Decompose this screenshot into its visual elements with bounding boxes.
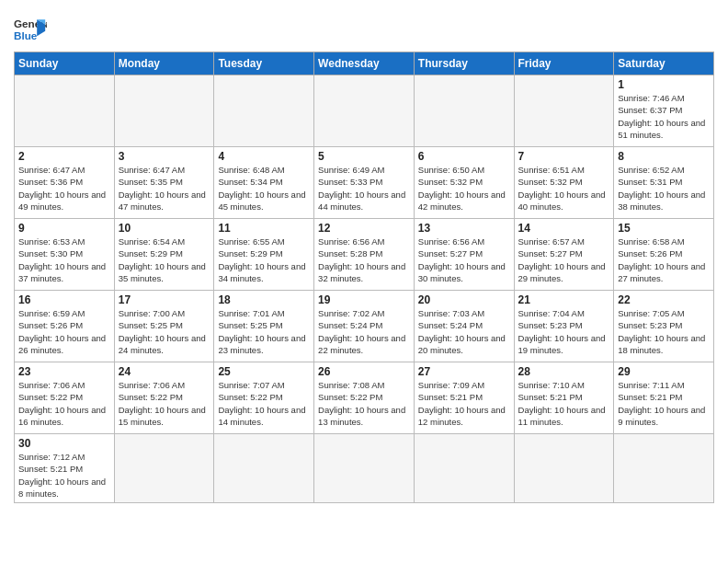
day-info: Sunrise: 7:02 AM Sunset: 5:24 PM Dayligh… <box>318 307 410 356</box>
day-info: Sunrise: 6:49 AM Sunset: 5:33 PM Dayligh… <box>318 164 410 213</box>
logo: General Blue <box>14 13 51 46</box>
calendar-cell: 2Sunrise: 6:47 AM Sunset: 5:36 PM Daylig… <box>15 147 115 219</box>
day-info: Sunrise: 7:04 AM Sunset: 5:23 PM Dayligh… <box>518 307 610 356</box>
weekday-tuesday: Tuesday <box>214 52 314 75</box>
calendar-cell: 25Sunrise: 7:07 AM Sunset: 5:22 PM Dayli… <box>214 362 314 434</box>
weekday-monday: Monday <box>114 52 214 75</box>
day-info: Sunrise: 6:57 AM Sunset: 5:27 PM Dayligh… <box>518 236 610 284</box>
day-info: Sunrise: 7:10 AM Sunset: 5:21 PM Dayligh… <box>518 379 610 428</box>
calendar-cell: 14Sunrise: 6:57 AM Sunset: 5:27 PM Dayli… <box>514 219 614 291</box>
day-number: 6 <box>418 150 510 163</box>
calendar-cell <box>514 434 614 503</box>
day-number: 16 <box>18 293 110 306</box>
day-number: 10 <box>119 222 210 235</box>
day-info: Sunrise: 7:11 AM Sunset: 5:21 PM Dayligh… <box>618 379 710 428</box>
calendar-cell <box>15 75 115 147</box>
day-info: Sunrise: 6:50 AM Sunset: 5:32 PM Dayligh… <box>418 164 510 213</box>
calendar-cell: 24Sunrise: 7:06 AM Sunset: 5:22 PM Dayli… <box>114 362 214 434</box>
calendar-cell <box>114 434 214 503</box>
calendar-table: SundayMondayTuesdayWednesdayThursdayFrid… <box>14 52 714 503</box>
calendar-cell: 13Sunrise: 6:56 AM Sunset: 5:27 PM Dayli… <box>414 219 514 291</box>
calendar-cell: 17Sunrise: 7:00 AM Sunset: 5:25 PM Dayli… <box>114 291 214 362</box>
weekday-sunday: Sunday <box>15 52 115 75</box>
calendar-cell: 6Sunrise: 6:50 AM Sunset: 5:32 PM Daylig… <box>414 147 514 219</box>
day-info: Sunrise: 6:55 AM Sunset: 5:29 PM Dayligh… <box>218 236 310 284</box>
week-row-5: 23Sunrise: 7:06 AM Sunset: 5:22 PM Dayli… <box>15 362 714 434</box>
day-info: Sunrise: 6:54 AM Sunset: 5:29 PM Dayligh… <box>119 236 210 284</box>
day-number: 2 <box>18 150 110 163</box>
calendar-cell: 3Sunrise: 6:47 AM Sunset: 5:35 PM Daylig… <box>114 147 214 219</box>
calendar-cell: 21Sunrise: 7:04 AM Sunset: 5:23 PM Dayli… <box>514 291 614 362</box>
page: General Blue SundayMondayTuesdayWednesda… <box>0 0 728 512</box>
day-number: 21 <box>518 293 610 306</box>
weekday-thursday: Thursday <box>414 52 514 75</box>
calendar-cell: 5Sunrise: 6:49 AM Sunset: 5:33 PM Daylig… <box>314 147 415 219</box>
weekday-wednesday: Wednesday <box>314 52 415 75</box>
calendar-cell <box>114 75 214 147</box>
calendar-cell: 20Sunrise: 7:03 AM Sunset: 5:24 PM Dayli… <box>414 291 514 362</box>
day-number: 14 <box>518 222 610 235</box>
calendar-cell: 18Sunrise: 7:01 AM Sunset: 5:25 PM Dayli… <box>214 291 314 362</box>
day-number: 22 <box>618 293 710 306</box>
day-info: Sunrise: 6:59 AM Sunset: 5:26 PM Dayligh… <box>18 307 110 356</box>
day-number: 27 <box>418 365 510 378</box>
day-info: Sunrise: 7:01 AM Sunset: 5:25 PM Dayligh… <box>218 307 310 356</box>
day-number: 7 <box>518 150 610 163</box>
calendar-cell: 7Sunrise: 6:51 AM Sunset: 5:32 PM Daylig… <box>514 147 614 219</box>
day-number: 24 <box>119 365 210 378</box>
week-row-6: 30Sunrise: 7:12 AM Sunset: 5:21 PM Dayli… <box>15 434 714 503</box>
day-info: Sunrise: 6:56 AM Sunset: 5:27 PM Dayligh… <box>418 236 510 284</box>
day-number: 5 <box>318 150 410 163</box>
calendar-cell: 19Sunrise: 7:02 AM Sunset: 5:24 PM Dayli… <box>314 291 415 362</box>
header: General Blue <box>14 9 714 46</box>
calendar-cell: 26Sunrise: 7:08 AM Sunset: 5:22 PM Dayli… <box>314 362 415 434</box>
day-info: Sunrise: 7:46 AM Sunset: 6:37 PM Dayligh… <box>618 92 710 141</box>
calendar-cell: 29Sunrise: 7:11 AM Sunset: 5:21 PM Dayli… <box>614 362 714 434</box>
calendar-cell <box>214 434 314 503</box>
calendar-cell: 1Sunrise: 7:46 AM Sunset: 6:37 PM Daylig… <box>614 75 714 147</box>
calendar-cell: 9Sunrise: 6:53 AM Sunset: 5:30 PM Daylig… <box>15 219 115 291</box>
day-info: Sunrise: 7:06 AM Sunset: 5:22 PM Dayligh… <box>119 379 210 428</box>
calendar-cell <box>414 434 514 503</box>
week-row-2: 2Sunrise: 6:47 AM Sunset: 5:36 PM Daylig… <box>15 147 714 219</box>
day-info: Sunrise: 7:06 AM Sunset: 5:22 PM Dayligh… <box>18 379 110 428</box>
calendar-cell <box>514 75 614 147</box>
calendar-cell <box>314 434 415 503</box>
day-number: 9 <box>18 222 110 235</box>
calendar-cell: 4Sunrise: 6:48 AM Sunset: 5:34 PM Daylig… <box>214 147 314 219</box>
day-number: 1 <box>618 78 710 91</box>
svg-text:Blue: Blue <box>14 29 38 41</box>
calendar-cell: 12Sunrise: 6:56 AM Sunset: 5:28 PM Dayli… <box>314 219 415 291</box>
calendar-cell <box>314 75 415 147</box>
day-number: 23 <box>18 365 110 378</box>
week-row-1: 1Sunrise: 7:46 AM Sunset: 6:37 PM Daylig… <box>15 75 714 147</box>
day-info: Sunrise: 6:51 AM Sunset: 5:32 PM Dayligh… <box>518 164 610 213</box>
day-info: Sunrise: 6:47 AM Sunset: 5:36 PM Dayligh… <box>18 164 110 213</box>
week-row-3: 9Sunrise: 6:53 AM Sunset: 5:30 PM Daylig… <box>15 219 714 291</box>
day-number: 28 <box>518 365 610 378</box>
calendar-cell: 8Sunrise: 6:52 AM Sunset: 5:31 PM Daylig… <box>614 147 714 219</box>
day-info: Sunrise: 6:47 AM Sunset: 5:35 PM Dayligh… <box>119 164 210 213</box>
day-info: Sunrise: 6:58 AM Sunset: 5:26 PM Dayligh… <box>618 236 710 284</box>
day-number: 11 <box>218 222 310 235</box>
day-info: Sunrise: 6:48 AM Sunset: 5:34 PM Dayligh… <box>218 164 310 213</box>
day-info: Sunrise: 7:09 AM Sunset: 5:21 PM Dayligh… <box>418 379 510 428</box>
day-number: 3 <box>119 150 210 163</box>
day-info: Sunrise: 7:03 AM Sunset: 5:24 PM Dayligh… <box>418 307 510 356</box>
day-number: 26 <box>318 365 410 378</box>
weekday-header-row: SundayMondayTuesdayWednesdayThursdayFrid… <box>15 52 714 75</box>
calendar-cell: 11Sunrise: 6:55 AM Sunset: 5:29 PM Dayli… <box>214 219 314 291</box>
calendar-cell: 15Sunrise: 6:58 AM Sunset: 5:26 PM Dayli… <box>614 219 714 291</box>
calendar-cell: 16Sunrise: 6:59 AM Sunset: 5:26 PM Dayli… <box>15 291 115 362</box>
calendar-cell: 30Sunrise: 7:12 AM Sunset: 5:21 PM Dayli… <box>15 434 115 503</box>
day-info: Sunrise: 6:56 AM Sunset: 5:28 PM Dayligh… <box>318 236 410 284</box>
day-number: 12 <box>318 222 410 235</box>
day-number: 13 <box>418 222 510 235</box>
day-number: 18 <box>218 293 310 306</box>
day-info: Sunrise: 7:07 AM Sunset: 5:22 PM Dayligh… <box>218 379 310 428</box>
week-row-4: 16Sunrise: 6:59 AM Sunset: 5:26 PM Dayli… <box>15 291 714 362</box>
day-number: 4 <box>218 150 310 163</box>
calendar-cell <box>214 75 314 147</box>
day-info: Sunrise: 7:08 AM Sunset: 5:22 PM Dayligh… <box>318 379 410 428</box>
calendar-cell: 27Sunrise: 7:09 AM Sunset: 5:21 PM Dayli… <box>414 362 514 434</box>
